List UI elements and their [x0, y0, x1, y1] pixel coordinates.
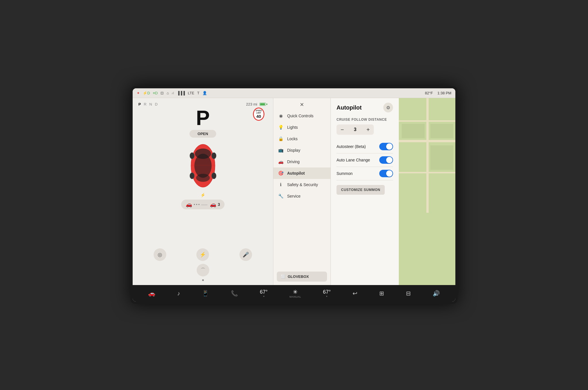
bluetooth-icon: ⑁ — [172, 91, 174, 95]
autosteer-row: Autosteer (Beta) — [336, 140, 393, 153]
gear-p: P — [138, 102, 141, 106]
temp-right-value: 67° — [323, 289, 331, 295]
camera-button[interactable]: ◎ — [154, 248, 166, 261]
autopilot-settings-button[interactable]: ⚙ — [383, 103, 393, 112]
increase-follow-button[interactable]: + — [362, 124, 374, 135]
screen-bezel: ✦ ⚡D ≡D ⊡ ⌂ ⑁ ▐▐▐ LTE T 👤 82°F 1:38 PM — [130, 86, 458, 304]
recirculate-icon[interactable]: ↩ — [353, 290, 357, 297]
volume-icon[interactable]: 🔊 — [433, 290, 440, 297]
summon-toggle[interactable] — [379, 170, 393, 177]
svg-rect-18 — [430, 145, 453, 170]
svg-rect-19 — [402, 124, 425, 138]
locks-icon: 🔒 — [278, 136, 284, 141]
bottom-controls: ◎ ⚡ 🎤 — [138, 245, 267, 261]
menu-item-driving[interactable]: 🚗 Driving — [273, 156, 330, 167]
defrost-rear-btn: ⊟ — [406, 290, 411, 297]
quick-controls-label: Quick Controls — [287, 114, 314, 118]
summon-label: Summon — [336, 171, 353, 176]
speed-limit-text: SPEEDLIMIT — [256, 110, 262, 114]
driving-label: Driving — [287, 159, 300, 164]
menu-item-autopilot[interactable]: 🎯 Autopilot — [273, 167, 330, 179]
phone-icon: 📱 — [202, 290, 209, 297]
range-icon: ≡D — [153, 91, 158, 95]
svg-point-7 — [212, 153, 216, 159]
menu-item-safety[interactable]: ℹ Safety & Security — [273, 179, 330, 190]
follow-distance-num: 3 — [218, 202, 220, 207]
glovebox-button[interactable]: ⬜ GLOVEBOX — [277, 272, 327, 282]
charge-icon-status: ⚡D — [143, 91, 150, 95]
follow-distance-control: − 3 + — [336, 124, 374, 135]
gear-display: P — [196, 108, 210, 128]
defrost-front-icon[interactable]: ⊞ — [379, 290, 384, 297]
cruise-label: Cruise Follow Distance — [336, 118, 393, 122]
glovebox-label: GLOVEBOX — [288, 274, 309, 279]
gear-letters: P R N D — [138, 102, 158, 106]
temp-left-value: 67° — [260, 289, 268, 295]
autosteer-toggle[interactable] — [379, 143, 393, 150]
decrease-follow-button[interactable]: − — [336, 124, 348, 135]
nav-icon: ⊡ — [160, 91, 164, 95]
temp-right-control[interactable]: 67° ▾ — [323, 289, 331, 298]
customize-summon-button[interactable]: CUSTOMIZE SUMMON — [336, 185, 385, 195]
follow-dots: —— — [194, 203, 208, 206]
auto-lane-toggle[interactable] — [379, 156, 393, 164]
phone-nav-icon[interactable]: 📱 — [202, 290, 209, 297]
gear-n: N — [149, 102, 152, 106]
music-icon: ♪ — [177, 290, 180, 297]
call-nav-icon[interactable]: 📞 — [231, 290, 238, 297]
map-svg — [399, 98, 455, 285]
music-nav-icon[interactable]: ♪ — [177, 290, 180, 297]
menu-item-lights[interactable]: 💡 Lights — [273, 122, 330, 133]
car-icon: 🚗 — [148, 290, 155, 297]
wiper-button[interactable]: ⌒ — [197, 264, 209, 276]
menu-item-display[interactable]: 📺 Display — [273, 145, 330, 156]
menu-item-service[interactable]: 🔧 Service — [273, 190, 330, 202]
fan-icon: ✳ — [293, 288, 298, 295]
gear-r: R — [144, 102, 146, 106]
page-dot-1 — [202, 279, 204, 281]
charge-button[interactable]: ⚡ — [196, 248, 209, 261]
menu-panel: ✕ ◉ Quick Controls 💡 Lights 🔒 Locks 📺 Di… — [273, 98, 331, 285]
gear-indicator: P R N D 223 mi — [138, 102, 267, 106]
service-icon: 🔧 — [278, 194, 284, 199]
car-nav-icon[interactable]: 🚗 — [148, 290, 155, 297]
svg-rect-17 — [430, 124, 453, 138]
svg-point-8 — [190, 173, 194, 179]
auto-lane-label: Auto Lane Change — [336, 158, 370, 162]
menu-item-quick-controls[interactable]: ◉ Quick Controls — [273, 110, 330, 122]
follow-distance-bar: 🚗 —— 🚗 3 — [181, 200, 225, 209]
home-icon: ⌂ — [167, 91, 169, 95]
seatbelt-icon: ✦ — [137, 91, 140, 95]
car-rear-icon: 🚗 — [210, 201, 216, 208]
autopilot-panel: Autopilot ⚙ Cruise Follow Distance − 3 +… — [331, 98, 399, 285]
svg-point-6 — [190, 153, 194, 159]
locks-label: Locks — [287, 136, 298, 141]
safety-label: Safety & Security — [287, 182, 318, 187]
status-icons: ✦ ⚡D ≡D ⊡ ⌂ ⑁ ▐▐▐ LTE T 👤 — [137, 91, 425, 95]
charge-bolt-icon: ⚡ — [200, 193, 205, 197]
svg-point-3 — [194, 154, 212, 178]
menu-close-button[interactable]: ✕ — [273, 98, 330, 110]
defrost-rear-icon[interactable]: ⊟ — [406, 290, 411, 297]
recirculate-btn: ↩ — [353, 290, 357, 297]
temp-left-arrow: ▾ — [263, 295, 264, 298]
autopilot-header: Autopilot ⚙ — [336, 103, 393, 112]
temp-left-control[interactable]: 67° ▾ — [260, 289, 268, 298]
mic-button[interactable]: 🎤 — [239, 248, 252, 261]
service-label: Service — [287, 194, 301, 198]
fan-control[interactable]: ✳ MANUAL — [289, 288, 301, 298]
speed-limit-badge: SPEEDLIMIT 40 — [253, 108, 264, 121]
autopilot-menu-label: Autopilot — [287, 171, 305, 176]
time-display: 1:38 PM — [438, 91, 451, 95]
autosteer-label: Autosteer (Beta) — [336, 144, 366, 149]
bottom-bar: 🚗 ♪ 📱 📞 67° ▾ ✳ MANUAL 67° ▾ — [133, 285, 455, 302]
follow-distance-value: 3 — [348, 127, 362, 132]
tesla-logo: T — [197, 91, 200, 95]
range-info: 223 mi — [246, 102, 267, 106]
lights-icon: 💡 — [278, 125, 284, 130]
svg-point-9 — [212, 173, 216, 179]
temp-right-arrow: ▾ — [326, 295, 327, 298]
open-button[interactable]: OPEN — [189, 130, 216, 138]
car-panel: P R N D 223 mi — [133, 98, 273, 285]
menu-item-locks[interactable]: 🔒 Locks — [273, 133, 330, 145]
